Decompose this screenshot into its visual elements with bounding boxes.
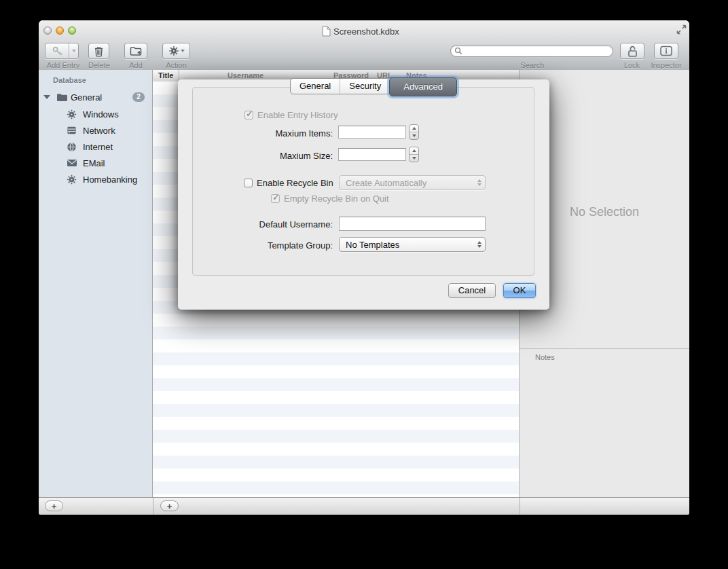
template-group-popup[interactable]: No Templates	[339, 237, 486, 252]
enable-entry-history-row: Enable Entry History	[244, 110, 338, 120]
sidebar-item-windows[interactable]: Windows	[39, 108, 152, 120]
cancel-button[interactable]: Cancel	[448, 283, 496, 298]
template-group-label: Template Group:	[178, 240, 333, 251]
action-button[interactable]	[162, 43, 190, 59]
add-group-plus-button[interactable]: +	[45, 500, 63, 511]
stepper-up-icon[interactable]	[410, 147, 418, 155]
action-label: Action	[162, 61, 190, 69]
zoom-window-button[interactable]	[68, 26, 76, 35]
search-field[interactable]	[450, 45, 613, 57]
empty-recycle-bin-checkbox[interactable]	[271, 194, 280, 203]
close-window-button[interactable]	[43, 26, 52, 35]
popup-arrows-icon	[477, 238, 481, 251]
delete-button[interactable]	[88, 43, 109, 59]
sidebar-item-label: Windows	[83, 109, 119, 120]
enable-recycle-bin-row: Enable Recycle Bin	[244, 178, 333, 188]
recycle-bin-mode-popup[interactable]: Create Automatically	[339, 175, 486, 190]
sidebar-item-label: Internet	[83, 142, 113, 152]
maxium-items-input[interactable]	[338, 126, 406, 139]
column-header-title[interactable]: Title	[158, 71, 173, 79]
window-title: Screenshot.kdbx	[333, 26, 399, 37]
stepper-down-icon[interactable]	[410, 155, 418, 162]
ok-button[interactable]: OK	[503, 283, 536, 298]
divider	[153, 498, 153, 515]
info-icon	[659, 45, 673, 56]
enable-recycle-bin-label: Enable Recycle Bin	[257, 178, 333, 188]
gear-icon	[168, 45, 179, 56]
fullscreen-resize-icon[interactable]	[676, 24, 687, 35]
recycle-bin-mode-value: Create Automatically	[346, 178, 426, 188]
sidebar-item-network[interactable]: Network	[39, 124, 152, 136]
sidebar-item-general[interactable]: General 2	[39, 91, 152, 103]
add-entry-plus-button[interactable]: +	[160, 500, 179, 511]
desktop: { "window": { "title": "Screenshot.kdbx"…	[0, 0, 728, 569]
search-icon	[454, 47, 462, 55]
sidebar-item-label: EMail	[83, 158, 105, 168]
sidebar-item-label: General	[71, 92, 102, 103]
sidebar-section-header: Database	[53, 76, 86, 84]
key-icon	[46, 43, 69, 58]
gear-icon	[67, 109, 77, 120]
tab-advanced[interactable]: Advanced	[389, 77, 457, 96]
maxium-items-stepper[interactable]	[409, 124, 419, 140]
sidebar-item-label: Network	[83, 126, 115, 136]
default-username-label: Default Username:	[178, 219, 333, 230]
server-icon	[67, 126, 77, 135]
enable-entry-history-label: Enable Entry History	[257, 110, 338, 120]
document-icon	[322, 26, 331, 37]
chevron-down-icon[interactable]	[181, 50, 185, 52]
open-padlock-icon	[626, 45, 638, 58]
sidebar-item-label: Homebanking	[83, 175, 137, 185]
column-header-username[interactable]: Username	[228, 71, 263, 79]
trash-icon	[94, 45, 104, 57]
default-username-input[interactable]	[339, 217, 486, 231]
maxium-size-label: Maxium Size:	[178, 151, 333, 161]
chevron-down-icon[interactable]	[69, 43, 78, 58]
search-label: Search	[512, 61, 553, 69]
inspector-button[interactable]	[654, 43, 678, 59]
stepper-up-icon[interactable]	[410, 125, 418, 132]
maxium-size-input[interactable]	[338, 148, 406, 161]
search-input[interactable]	[462, 46, 613, 56]
add-entry-label: Add Entry	[45, 61, 81, 69]
tab-security[interactable]: Security	[340, 79, 390, 94]
maxium-size-stepper[interactable]	[409, 147, 419, 162]
add-group-button[interactable]	[124, 43, 147, 59]
template-group-value: No Templates	[346, 240, 399, 250]
globe-icon	[67, 142, 77, 152]
stepper-down-icon[interactable]	[410, 132, 418, 139]
app-window: Screenshot.kdbx Ad	[39, 20, 689, 515]
delete-label: Delete	[88, 61, 109, 69]
tab-general[interactable]: General	[291, 79, 340, 94]
database-settings-dialog: General Security Advanced Enable Entry H…	[178, 79, 549, 310]
disclosure-triangle-icon[interactable]	[43, 95, 50, 99]
window-chrome: Screenshot.kdbx Ad	[39, 20, 689, 71]
entry-count-badge: 2	[132, 92, 145, 102]
folder-plus-icon	[130, 46, 142, 56]
gear-icon	[67, 175, 77, 185]
folder-icon	[56, 93, 68, 102]
minimize-window-button[interactable]	[56, 26, 64, 35]
divider	[520, 498, 520, 515]
envelope-icon	[67, 159, 77, 167]
inspector-label: Inspector	[649, 61, 683, 69]
popup-arrows-icon	[477, 176, 481, 189]
tab-bar: General Security Advanced	[290, 78, 457, 94]
maxium-items-label: Maxium Items:	[178, 128, 333, 139]
enable-recycle-bin-checkbox[interactable]	[244, 179, 253, 187]
enable-entry-history-checkbox[interactable]	[244, 111, 253, 120]
add-entry-button[interactable]	[45, 43, 79, 59]
bottom-bar: + +	[39, 497, 689, 515]
sidebar-item-homebanking[interactable]: Homebanking	[39, 173, 152, 185]
lock-button[interactable]	[620, 43, 644, 59]
notes-section-label: Notes	[535, 353, 555, 361]
lock-label: Lock	[618, 61, 646, 69]
sidebar-item-email[interactable]: EMail	[39, 157, 152, 169]
inspector-divider	[520, 348, 689, 349]
empty-recycle-bin-row: Empty Recycle Bin on Quit	[271, 194, 389, 204]
empty-recycle-bin-label: Empty Recycle Bin on Quit	[284, 194, 389, 204]
sidebar-item-internet[interactable]: Internet	[39, 141, 152, 153]
group-sidebar: Database General 2 Windows Network	[39, 70, 153, 497]
